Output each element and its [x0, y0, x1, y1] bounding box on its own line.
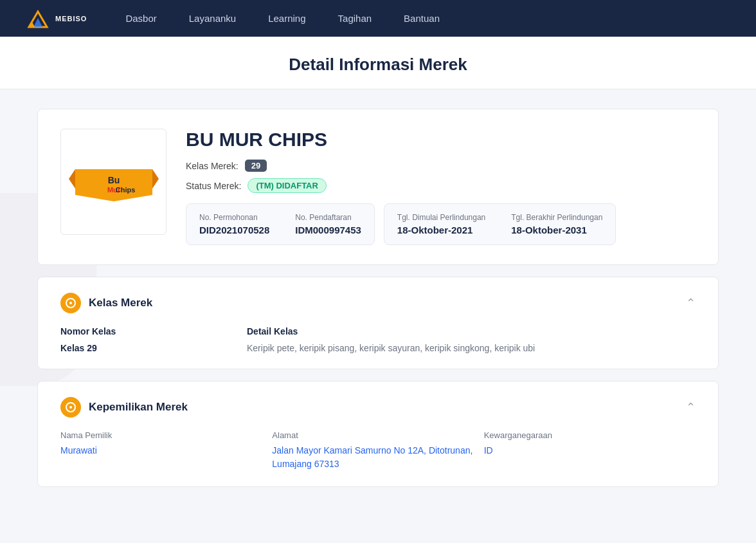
kepemilikan-icon	[60, 397, 81, 418]
ownership-nama: Nama Pemilik Murawati	[60, 430, 272, 471]
kelas-table-headers: Nomor Kelas Detail Kelas	[60, 326, 696, 336]
info-box-dates: Tgl. Dimulai Perlindungan 18-Oktober-202…	[384, 203, 616, 245]
kepemilikan-header: Kepemilikan Merek ⌃	[60, 397, 696, 418]
no-permohonan: No. Permohonan DID2021070528	[199, 213, 269, 235]
brand-header: Bu Mur Chips BU MUR CHIPS Kelas Merek: 2…	[60, 129, 696, 245]
kelas-merek-title-group: Kelas Merek	[60, 293, 152, 313]
tgl-berakhir: Tgl. Berakhir Perlindungan 18-Oktober-20…	[511, 213, 602, 235]
ownership-kewarganegaraan: Kewarganegaraan ID	[484, 430, 696, 471]
brand-info-card: Bu Mur Chips BU MUR CHIPS Kelas Merek: 2…	[37, 109, 719, 265]
tgl-berakhir-value: 18-Oktober-2031	[511, 225, 602, 235]
col-value-nomor: Kelas 29	[60, 343, 247, 353]
tgl-mulai-label: Tgl. Dimulai Perlindungan	[397, 213, 485, 222]
kepemilikan-title: Kepemilikan Merek	[89, 401, 188, 414]
brand-info: BU MUR CHIPS Kelas Merek: 29 Status Mere…	[186, 129, 696, 245]
tgl-mulai-value: 18-Oktober-2021	[397, 225, 485, 235]
brand-status-row: Status Merek: (TM) DIDAFTAR	[186, 178, 696, 193]
svg-marker-1	[33, 18, 42, 27]
status-badge: (TM) DIDAFTAR	[248, 178, 327, 193]
brand-name: BU MUR CHIPS	[186, 129, 696, 151]
kelas-badge: 29	[245, 160, 267, 172]
page-title: Detail Informasi Merek	[0, 55, 756, 75]
kewarganegaraan-label: Kewarganegaraan	[484, 430, 696, 440]
page-title-section: Detail Informasi Merek	[0, 37, 756, 89]
kepemilikan-chevron[interactable]: ⌃	[686, 400, 696, 414]
kelas-label: Kelas Merek:	[186, 161, 239, 171]
svg-point-10	[69, 302, 72, 304]
kelas-table-values: Kelas 29 Keripik pete, keripik pisang, k…	[60, 343, 696, 353]
info-box-registration: No. Permohonan DID2021070528 No. Pendaft…	[186, 203, 375, 245]
kelas-merek-card: Kelas Merek ⌃ Nomor Kelas Detail Kelas K…	[37, 277, 719, 369]
kelas-merek-icon	[60, 293, 81, 313]
alamat-value: Jalan Mayor Kamari Samurno No 12A, Ditot…	[272, 444, 483, 471]
logo-icon	[26, 6, 50, 31]
kelas-merek-table: Nomor Kelas Detail Kelas Kelas 29 Keripi…	[60, 326, 696, 353]
status-label: Status Merek:	[186, 181, 241, 191]
nav-layananku[interactable]: Layananku	[189, 13, 236, 24]
nav-dasbor[interactable]: Dasbor	[125, 13, 156, 24]
main-content: Bu Mur Chips BU MUR CHIPS Kelas Merek: 2…	[24, 89, 732, 518]
logo-text: MEBISO	[55, 15, 87, 23]
no-pendaftaran: No. Pendaftaran IDM000997453	[295, 213, 361, 235]
kelas-merek-title: Kelas Merek	[89, 297, 152, 309]
kepemilikan-title-group: Kepemilikan Merek	[60, 397, 188, 418]
no-permohonan-label: No. Permohonan	[199, 213, 269, 222]
navbar: MEBISO Dasbor Layananku Learning Tagihan…	[0, 0, 756, 37]
ownership-alamat: Alamat Jalan Mayor Kamari Samurno No 12A…	[272, 430, 483, 471]
kelas-merek-header: Kelas Merek ⌃	[60, 293, 696, 313]
nama-label: Nama Pemilik	[60, 430, 272, 440]
col-header-detail: Detail Kelas	[247, 326, 696, 336]
no-permohonan-value: DID2021070528	[199, 225, 269, 235]
kewarganegaraan-value: ID	[484, 444, 696, 457]
kelas-merek-chevron[interactable]: ⌃	[686, 296, 696, 310]
nama-value: Murawati	[60, 444, 272, 457]
col-value-detail: Keripik pete, keripik pisang, keripik sa…	[247, 343, 696, 353]
brand-logo-svg	[69, 156, 159, 208]
nav-bantuan[interactable]: Bantuan	[404, 13, 440, 24]
brand-logo-box: Bu Mur Chips	[60, 129, 166, 235]
alamat-label: Alamat	[272, 430, 483, 440]
no-pendaftaran-value: IDM000997453	[295, 225, 361, 235]
no-pendaftaran-label: No. Pendaftaran	[295, 213, 361, 222]
nav-learning[interactable]: Learning	[268, 13, 305, 24]
brand-kelas-row: Kelas Merek: 29	[186, 160, 696, 172]
nav-tagihan[interactable]: Tagihan	[338, 13, 372, 24]
tgl-mulai: Tgl. Dimulai Perlindungan 18-Oktober-202…	[397, 213, 485, 235]
kepemilikan-card: Kepemilikan Merek ⌃ Nama Pemilik Murawat…	[37, 381, 719, 487]
tgl-berakhir-label: Tgl. Berakhir Perlindungan	[511, 213, 602, 222]
logo[interactable]: MEBISO	[26, 6, 87, 31]
info-boxes: No. Permohonan DID2021070528 No. Pendaft…	[186, 203, 696, 245]
ownership-grid: Nama Pemilik Murawati Alamat Jalan Mayor…	[60, 430, 696, 471]
navbar-links: Dasbor Layananku Learning Tagihan Bantua…	[125, 13, 440, 24]
col-header-nomor: Nomor Kelas	[60, 326, 247, 336]
svg-point-12	[69, 406, 72, 409]
